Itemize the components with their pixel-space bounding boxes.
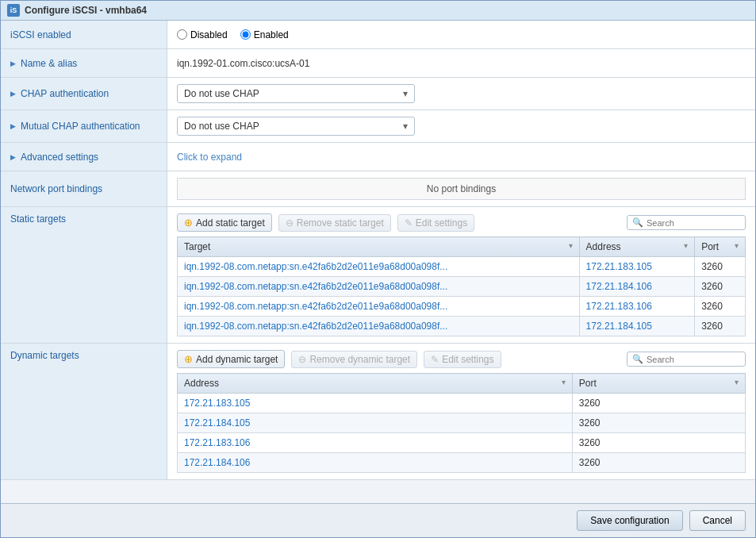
titlebar: iS Configure iSCSI - vmhba64 — [1, 1, 755, 21]
remove-static-target-button[interactable]: ⊖ Remove static target — [278, 214, 391, 232]
dyn-port-col-label: Port — [579, 378, 597, 389]
dynamic-address-cell: 172.21.184.105 — [178, 413, 573, 433]
static-target-cell: iqn.1992-08.com.netapp:sn.e42fa6b2d2e011… — [178, 257, 580, 277]
window-title: Configure iSCSI - vmhba64 — [25, 5, 147, 16]
disabled-label: Disabled — [190, 29, 228, 40]
footer: Save configuration Cancel — [1, 503, 755, 537]
remove-dynamic-label: Remove dynamic target — [309, 354, 410, 365]
static-address-cell: 172.21.183.106 — [579, 297, 695, 317]
static-port-cell: 3260 — [695, 317, 746, 336]
static-targets-row: Static targets ⊕ Add static target ⊖ Rem… — [1, 207, 755, 344]
static-target-cell: iqn.1992-08.com.netapp:sn.e42fa6b2d2e011… — [178, 317, 580, 336]
chap-label[interactable]: CHAP authentication — [1, 78, 167, 110]
target-col-label: Target — [184, 241, 210, 252]
mutual-chap-dropdown-arrow: ▾ — [403, 121, 408, 132]
disabled-radio[interactable] — [177, 29, 187, 40]
dynamic-search-input[interactable] — [647, 355, 740, 364]
dynamic-port-cell: 3260 — [572, 453, 745, 473]
advanced-settings-label[interactable]: Advanced settings — [1, 143, 167, 171]
click-to-expand[interactable]: Click to expand — [177, 152, 242, 163]
configure-iscsi-window: iS Configure iSCSI - vmhba64 iSCSI enabl… — [0, 0, 756, 538]
port-sort-arrow: ▾ — [735, 241, 739, 250]
static-col-target[interactable]: Target ▾ — [178, 237, 580, 257]
network-port-label: Network port bindings — [1, 171, 167, 206]
no-port-bindings: No port bindings — [177, 178, 746, 200]
add-static-target-button[interactable]: ⊕ Add static target — [177, 213, 272, 232]
radio-enabled[interactable]: Enabled — [240, 29, 289, 40]
static-target-cell: iqn.1992-08.com.netapp:sn.e42fa6b2d2e011… — [178, 277, 580, 297]
network-port-content: No port bindings — [167, 171, 755, 206]
mutual-chap-label[interactable]: Mutual CHAP authentication — [1, 110, 167, 142]
dynamic-address-cell: 172.21.183.105 — [178, 394, 573, 413]
window-icon: iS — [7, 4, 20, 17]
static-address-cell: 172.21.184.105 — [579, 317, 695, 336]
save-configuration-button[interactable]: Save configuration — [577, 510, 682, 531]
remove-dynamic-target-button[interactable]: ⊖ Remove dynamic target — [291, 351, 417, 368]
add-static-label: Add static target — [196, 217, 265, 229]
port-col-label: Port — [701, 241, 719, 252]
static-table-row[interactable]: iqn.1992-08.com.netapp:sn.e42fa6b2d2e011… — [178, 257, 746, 277]
cancel-button[interactable]: Cancel — [689, 510, 746, 531]
iqn-value: iqn.1992-01.com.cisco:ucsA-01 — [177, 58, 309, 69]
chap-row: CHAP authentication Do not use CHAP ▾ — [1, 78, 755, 110]
dynamic-address-cell: 172.21.183.106 — [178, 433, 573, 453]
static-search-icon: 🔍 — [632, 217, 643, 228]
static-table-row[interactable]: iqn.1992-08.com.netapp:sn.e42fa6b2d2e011… — [178, 297, 746, 317]
edit-dynamic-settings-button[interactable]: ✎ Edit settings — [424, 351, 501, 368]
dynamic-targets-content: ⊕ Add dynamic target ⊖ Remove dynamic ta… — [167, 344, 755, 479]
dynamic-search-icon: 🔍 — [632, 354, 643, 364]
add-dynamic-label: Add dynamic target — [196, 354, 278, 365]
mutual-chap-row: Mutual CHAP authentication Do not use CH… — [1, 110, 755, 143]
dynamic-targets-table: Address ▾ Port ▾ 172.21.183.105 3260 172… — [177, 373, 746, 473]
dynamic-port-cell: 3260 — [572, 413, 745, 433]
dynamic-targets-toolbar: ⊕ Add dynamic target ⊖ Remove dynamic ta… — [177, 350, 746, 368]
name-alias-content: iqn.1992-01.com.cisco:ucsA-01 — [167, 49, 755, 77]
static-port-cell: 3260 — [695, 297, 746, 317]
mutual-chap-dropdown[interactable]: Do not use CHAP ▾ — [177, 117, 415, 136]
dynamic-table-row[interactable]: 172.21.183.106 3260 — [178, 433, 746, 453]
static-port-cell: 3260 — [695, 277, 746, 297]
name-alias-label[interactable]: Name & alias — [1, 49, 167, 77]
dynamic-table-row[interactable]: 172.21.183.105 3260 — [178, 394, 746, 413]
dynamic-table-row[interactable]: 172.21.184.106 3260 — [178, 453, 746, 473]
dynamic-col-port[interactable]: Port ▾ — [572, 374, 745, 394]
edit-dynamic-icon: ✎ — [431, 354, 439, 365]
iscsi-enabled-content: Disabled Enabled — [167, 21, 755, 48]
static-targets-search-box[interactable]: 🔍 — [627, 215, 746, 230]
address-sort-arrow: ▾ — [684, 241, 688, 250]
edit-static-settings-button[interactable]: ✎ Edit settings — [397, 214, 474, 232]
add-dynamic-icon: ⊕ — [184, 353, 193, 365]
dyn-port-sort-arrow: ▾ — [735, 378, 739, 386]
remove-dynamic-icon: ⊖ — [298, 354, 306, 365]
static-table-row[interactable]: iqn.1992-08.com.netapp:sn.e42fa6b2d2e011… — [178, 277, 746, 297]
radio-disabled[interactable]: Disabled — [177, 29, 228, 40]
edit-static-icon: ✎ — [405, 217, 413, 229]
main-content: iSCSI enabled Disabled Enabled Name & al… — [1, 21, 755, 503]
enabled-radio[interactable] — [240, 29, 251, 40]
edit-dynamic-label: Edit settings — [442, 354, 493, 365]
static-col-port[interactable]: Port ▾ — [695, 237, 746, 257]
chap-dropdown[interactable]: Do not use CHAP ▾ — [177, 84, 415, 103]
dyn-address-sort-arrow: ▾ — [562, 378, 566, 386]
network-port-row: Network port bindings No port bindings — [1, 171, 755, 207]
mutual-chap-dropdown-value: Do not use CHAP — [184, 121, 259, 132]
chap-dropdown-value: Do not use CHAP — [184, 88, 259, 99]
iscsi-enabled-label: iSCSI enabled — [1, 21, 167, 48]
static-search-input[interactable] — [647, 218, 740, 228]
dynamic-table-row[interactable]: 172.21.184.105 3260 — [178, 413, 746, 433]
static-table-row[interactable]: iqn.1992-08.com.netapp:sn.e42fa6b2d2e011… — [178, 317, 746, 336]
static-address-cell: 172.21.184.106 — [579, 277, 695, 297]
dynamic-port-cell: 3260 — [572, 394, 745, 413]
advanced-settings-row: Advanced settings Click to expand — [1, 143, 755, 171]
static-address-cell: 172.21.183.105 — [579, 257, 695, 277]
address-col-label: Address — [586, 241, 621, 252]
dyn-address-col-label: Address — [184, 378, 219, 389]
static-col-address[interactable]: Address ▾ — [579, 237, 695, 257]
add-dynamic-target-button[interactable]: ⊕ Add dynamic target — [177, 350, 285, 368]
iscsi-enabled-row: iSCSI enabled Disabled Enabled — [1, 21, 755, 49]
dynamic-port-cell: 3260 — [572, 433, 745, 453]
static-targets-content: ⊕ Add static target ⊖ Remove static targ… — [167, 207, 755, 343]
dynamic-targets-search-box[interactable]: 🔍 — [627, 352, 746, 367]
dynamic-address-cell: 172.21.184.106 — [178, 453, 573, 473]
dynamic-col-address[interactable]: Address ▾ — [178, 374, 573, 394]
